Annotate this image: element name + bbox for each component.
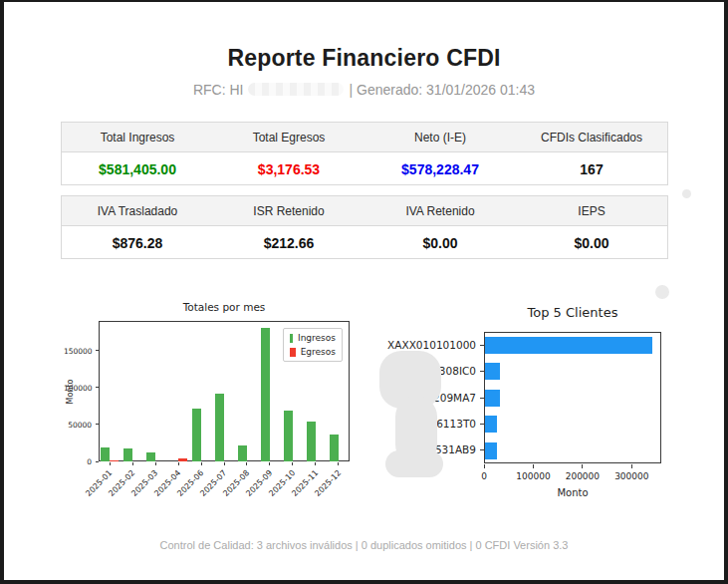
- summary-header-cell: Neto (I-E): [364, 123, 516, 151]
- report-meta: RFC: HI | Generado: 31/01/2026 01:43: [4, 81, 724, 98]
- top-clients-chart: Top 5 ClientesXAXX0101010000308IC0FA209M…: [385, 301, 684, 510]
- legend-swatch: [290, 348, 296, 357]
- summary-header-row: Total IngresosTotal EgresosNeto (I-E)CFD…: [62, 123, 667, 152]
- summary-card-taxes: IVA TrasladadoISR RetenidoIVA RetenidoIE…: [61, 195, 668, 259]
- summary-value-cell: $0.00: [516, 226, 667, 259]
- summary-value-cell: $0.00: [364, 226, 516, 259]
- y-tick-label: 150000: [64, 347, 92, 356]
- summary-value-cell: $212.66: [213, 226, 364, 259]
- ingresos-bar: [101, 447, 110, 461]
- redaction-dot: [655, 285, 669, 299]
- ingresos-bar: [192, 409, 201, 461]
- ingresos-bar: [238, 445, 247, 461]
- ingresos-bar: [215, 394, 224, 461]
- screenshot-root: { "page": { "title": "Reporte Financiero…: [0, 0, 728, 584]
- summary-header-cell: IVA Retenido: [364, 196, 516, 225]
- client-bar: [485, 416, 497, 433]
- x-tick-mark: [224, 462, 225, 465]
- rfc-redaction: [248, 83, 344, 96]
- legend-label: Ingresos: [298, 333, 336, 343]
- y-tick-mark: [96, 350, 99, 351]
- egresos-bar: [178, 458, 187, 461]
- legend-entry: Egresos: [290, 347, 336, 357]
- x-tick-mark: [269, 462, 270, 465]
- x-tick-mark: [631, 464, 632, 468]
- y-tick-mark: [96, 424, 99, 425]
- y-tick-mark: [480, 398, 484, 399]
- x-tick-mark: [110, 462, 111, 465]
- rfc-label: RFC: HI: [193, 82, 244, 98]
- summary-value-cell: 167: [516, 152, 667, 185]
- quality-control-footer: Control de Calidad: 3 archivos inválidos…: [4, 539, 724, 551]
- x-tick-label: 200000: [558, 471, 607, 482]
- summary-value-cell: $876.28: [62, 226, 213, 259]
- chart-title: Top 5 Clientes: [484, 305, 661, 321]
- summary-value-cell: $581,405.00: [62, 152, 213, 185]
- ingresos-bar: [123, 448, 132, 461]
- x-tick-mark: [292, 462, 293, 465]
- chart-title: Totales por mes: [99, 301, 350, 315]
- legend-swatch: [290, 334, 293, 343]
- y-tick-mark: [96, 387, 99, 388]
- summary-header-cell: Total Ingresos: [62, 123, 213, 151]
- client-label-text: 531AB9: [435, 443, 476, 456]
- monthly-totals-chart: Totales por mesMonto05000010000015000020…: [64, 299, 372, 520]
- ingresos-bar: [261, 328, 270, 461]
- summary-value-row: $581,405.00$3,176.53$578,228.47167: [62, 152, 667, 185]
- legend-label: Egresos: [301, 347, 336, 357]
- x-tick-label: 300000: [607, 471, 656, 482]
- x-tick-mark: [155, 462, 156, 465]
- summary-value-cell: $3,176.53: [213, 152, 364, 185]
- x-tick-mark: [533, 464, 534, 468]
- y-tick-label: 0: [64, 457, 92, 466]
- x-tick-mark: [338, 462, 339, 465]
- x-tick-label: 100000: [508, 471, 558, 482]
- y-tick-mark: [480, 345, 484, 346]
- summary-header-cell: IVA Trasladado: [62, 196, 213, 225]
- x-tick-mark: [132, 462, 133, 465]
- x-tick-mark: [178, 462, 179, 465]
- client-label: XAXX010101000: [385, 339, 476, 352]
- y-tick-label: 50000: [64, 421, 92, 430]
- egresos-bar: [110, 460, 119, 461]
- x-tick-mark: [246, 462, 247, 465]
- ingresos-bar: [146, 452, 155, 461]
- x-tick-mark: [315, 462, 316, 465]
- y-tick-mark: [480, 371, 484, 372]
- summary-header-row: IVA TrasladadoISR RetenidoIVA RetenidoIE…: [62, 196, 667, 226]
- y-tick-mark: [480, 424, 484, 425]
- summary-value-row: $876.28$212.66$0.00$0.00: [62, 226, 667, 259]
- x-tick-mark: [582, 464, 583, 468]
- x-tick-mark: [201, 462, 202, 465]
- ingresos-bar: [307, 422, 316, 461]
- client-bar: [485, 442, 497, 459]
- page-title: Reporte Financiero CFDI: [4, 45, 724, 72]
- client-label-text: 6113T0: [436, 418, 476, 431]
- legend-entry: Ingresos: [290, 333, 336, 343]
- ingresos-bar: [284, 411, 293, 461]
- client-bar: [485, 337, 652, 354]
- y-tick-mark: [480, 449, 484, 450]
- summary-card-totals: Total IngresosTotal EgresosNeto (I-E)CFD…: [61, 122, 668, 185]
- x-tick-mark: [484, 464, 485, 468]
- client-bar: [485, 390, 500, 407]
- summary-header-cell: ISR Retenido: [213, 196, 364, 225]
- ingresos-bar: [330, 435, 339, 461]
- generated-label: | Generado: 31/01/2026 01:43: [349, 82, 535, 98]
- y-tick-label: 100000: [64, 384, 92, 393]
- summary-value-cell: $578,228.47: [364, 152, 516, 185]
- client-label-text: XAXX010101000: [387, 339, 476, 352]
- summary-header-cell: IEPS: [516, 196, 667, 225]
- y-tick-mark: [96, 461, 99, 462]
- redaction-dot: [682, 189, 691, 198]
- chart-legend: IngresosEgresos: [283, 328, 343, 362]
- redaction-scribble: [385, 450, 443, 477]
- summary-header-cell: CFDIs Clasificados: [516, 123, 667, 151]
- x-axis-label: Monto: [484, 487, 661, 500]
- client-bar: [485, 363, 500, 380]
- report-page: Reporte Financiero CFDI RFC: HI | Genera…: [4, 2, 724, 580]
- x-tick-label: 0: [459, 471, 509, 482]
- summary-header-cell: Total Egresos: [213, 123, 364, 151]
